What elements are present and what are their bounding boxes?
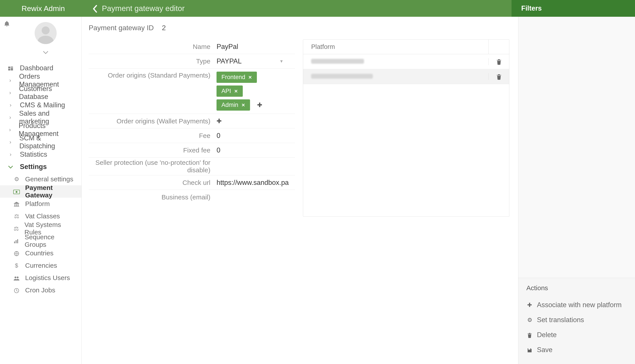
chevron-right-icon: › <box>8 151 14 158</box>
chevron-right-icon: › <box>8 139 13 145</box>
scale-icon: ⚖ <box>13 213 20 220</box>
money-icon <box>13 188 20 195</box>
row-fee: Fee <box>89 128 295 143</box>
svg-rect-3 <box>16 240 17 243</box>
platform-header: Platform <box>303 43 488 50</box>
business-email-label: Business (email) <box>89 194 217 201</box>
check-url-label: Check url <box>89 179 217 186</box>
sub-item-label: Cron Jobs <box>25 286 55 294</box>
sub-platform[interactable]: Platform <box>0 198 81 210</box>
seller-protection-input[interactable] <box>217 162 295 170</box>
notifications-button[interactable] <box>4 20 10 27</box>
remove-tag-icon[interactable]: ✕ <box>248 75 252 80</box>
svg-point-6 <box>15 276 16 278</box>
dashboard-icon <box>8 65 14 71</box>
remove-tag-icon[interactable]: ✕ <box>234 88 238 94</box>
sub-general-settings[interactable]: ⚙General settings <box>0 173 81 185</box>
fee-label: Fee <box>89 132 217 140</box>
right-panel: Actions ✚Associate with new platform ⚙Se… <box>518 17 635 364</box>
name-label: Name <box>89 43 217 50</box>
type-value: PAYPAL <box>217 57 242 65</box>
avatar[interactable] <box>35 22 57 44</box>
sub-logistics-users[interactable]: Logistics Users <box>0 272 81 284</box>
chevron-right-icon: › <box>8 90 13 96</box>
nav-item-label: SCM & Dispatching <box>20 134 74 150</box>
plus-icon: ✚ <box>526 302 533 308</box>
cogs-icon: ⚙ <box>526 317 533 324</box>
action-set-translations[interactable]: ⚙Set translations <box>526 312 627 328</box>
name-input[interactable] <box>217 43 295 51</box>
sub-item-label: Countries <box>25 250 53 257</box>
chevron-down-icon <box>43 51 48 54</box>
sub-item-label: Vat Classes <box>25 212 60 220</box>
action-label: Set translations <box>537 316 584 324</box>
sub-item-label: Sequence Groups <box>25 233 74 248</box>
globe-icon <box>13 250 20 257</box>
sub-cron-jobs[interactable]: Cron Jobs <box>0 284 81 296</box>
fixed-fee-label: Fixed fee <box>89 146 217 154</box>
remove-tag-icon[interactable]: ✕ <box>241 102 245 108</box>
back-button[interactable] <box>93 4 98 13</box>
tag-api[interactable]: API✕ <box>217 86 243 97</box>
content: Payment gateway ID 2 Name Type PAYPAL <box>82 17 518 364</box>
delete-platform-button[interactable] <box>488 73 509 80</box>
sub-payment-gateway[interactable]: Payment Gateway <box>0 185 81 198</box>
sub-currencies[interactable]: $Currencies <box>0 259 81 272</box>
save-icon <box>526 346 533 354</box>
trash-icon <box>496 59 501 65</box>
nav-settings[interactable]: Settings <box>0 161 81 173</box>
bell-icon <box>4 20 10 27</box>
sub-sequence-groups[interactable]: Sequence Groups <box>0 235 81 247</box>
sub-countries[interactable]: Countries <box>0 247 81 259</box>
gateway-id-label: Payment gateway ID <box>89 24 154 32</box>
row-origins-wallet: Order origins (Wallet Payments) ✚ <box>89 114 295 128</box>
fixed-fee-input[interactable] <box>217 146 295 154</box>
row-check-url: Check url <box>89 176 295 190</box>
sub-vat-classes[interactable]: ⚖Vat Classes <box>0 210 81 222</box>
filters-panel-header: Filters <box>511 0 635 17</box>
topbar: Rewix Admin Payment gateway editor Filte… <box>0 0 635 17</box>
nav-customers[interactable]: ›Customers Database <box>0 86 81 99</box>
sub-vat-rules[interactable]: ⚖Vat Systems Rules <box>0 222 81 235</box>
add-origin-std-button[interactable]: ✚ <box>257 101 262 109</box>
sub-item-label: Payment Gateway <box>25 184 74 199</box>
delete-platform-button[interactable] <box>488 58 509 65</box>
trash-icon <box>526 332 533 338</box>
caret-down-icon: ▾ <box>280 58 283 64</box>
action-label: Associate with new platform <box>537 301 621 309</box>
actions-panel: Actions ✚Associate with new platform ⚙Se… <box>518 278 635 364</box>
type-select[interactable]: PAYPAL ▾ <box>217 57 283 65</box>
row-type: Type PAYPAL ▾ <box>89 54 295 68</box>
sub-item-label: Platform <box>25 200 50 208</box>
tag-frontend[interactable]: Frontend✕ <box>217 72 257 83</box>
nav-item-label: Statistics <box>20 150 47 158</box>
business-email-input[interactable] <box>217 193 295 201</box>
filters-label: Filters <box>521 4 542 12</box>
sub-item-label: Currencies <box>25 262 57 269</box>
action-delete[interactable]: Delete <box>526 328 627 342</box>
fee-input[interactable] <box>217 132 295 140</box>
scale-icon: ⚖ <box>13 225 19 232</box>
nav-item-label: Dashboard <box>20 64 53 72</box>
tag-label: Frontend <box>221 74 245 81</box>
nav-item-label: CMS & Mailing <box>20 101 65 109</box>
add-origin-wallet-button[interactable]: ✚ <box>217 118 222 125</box>
page-title: Payment gateway editor <box>102 4 185 13</box>
cogs-icon: ⚙ <box>13 176 20 183</box>
platform-row <box>303 69 509 84</box>
tag-admin[interactable]: Admin✕ <box>217 99 250 110</box>
bank-icon <box>13 200 20 207</box>
chevron-right-icon: › <box>8 114 13 120</box>
action-associate-platform[interactable]: ✚Associate with new platform <box>526 298 627 312</box>
check-url-input[interactable] <box>217 179 295 187</box>
brand-title: Rewix Admin <box>0 0 87 17</box>
action-save[interactable]: Save <box>526 342 627 358</box>
nav-statistics[interactable]: ›Statistics <box>0 148 81 161</box>
action-label: Save <box>537 346 552 354</box>
platform-row <box>303 54 509 69</box>
gateway-id-row: Payment gateway ID 2 <box>89 24 509 32</box>
user-menu-toggle[interactable] <box>43 49 48 56</box>
nav-scm[interactable]: ›SCM & Dispatching <box>0 136 81 148</box>
actions-title: Actions <box>526 284 627 292</box>
topbar-center: Payment gateway editor <box>87 0 511 17</box>
